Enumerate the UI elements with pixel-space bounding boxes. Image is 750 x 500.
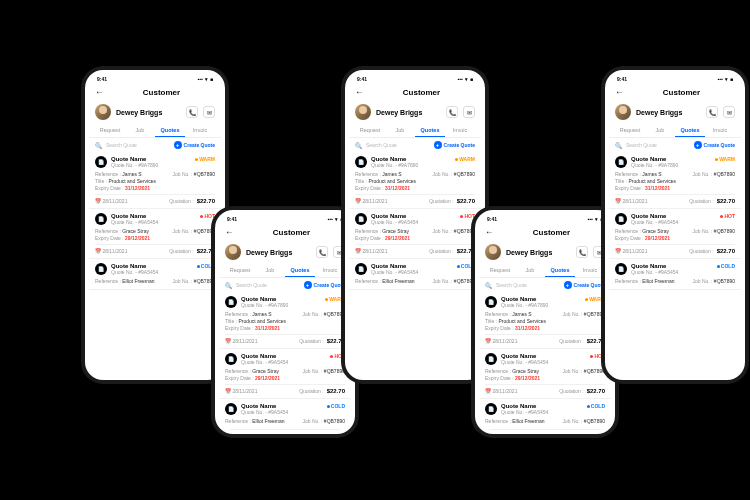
search-icon[interactable]: 🔍 [615,142,622,149]
quote-number: Quote No. - #9A5454 [241,359,326,365]
create-quote-button[interactable]: +Create Quote [564,281,605,289]
email-icon[interactable]: ✉ [463,106,475,118]
status-bar: 9:41▪▪▪▾■ [89,74,221,84]
quote-number: Quote No. - #9A7890 [631,162,711,168]
tab-quotes[interactable]: Quotes [675,124,705,137]
phone-icon[interactable]: 📞 [446,106,458,118]
tab-invoice[interactable]: Invoic [185,124,215,137]
quote-card[interactable]: 📄Quote NameQuote No. - #9A5454COLDRefere… [479,399,611,430]
tab-invoice[interactable]: Invoic [705,124,735,137]
quote-card[interactable]: 📄Quote NameQuote No. - #9A5454HOTReferen… [89,209,221,259]
phone-icon[interactable]: 📞 [186,106,198,118]
quote-icon: 📄 [355,156,367,168]
tab-quotes[interactable]: Quotes [545,264,575,277]
create-quote-button[interactable]: +Create Quote [174,141,215,149]
tab-request[interactable]: Request [225,264,255,277]
status-badge: HOT [200,213,215,219]
search-icon[interactable]: 🔍 [485,282,492,289]
quote-number: Quote No. - #9A5454 [241,409,323,415]
tab-quotes[interactable]: Quotes [155,124,185,137]
back-icon[interactable]: ← [95,87,104,97]
quote-icon: 📄 [485,403,497,415]
quote-card[interactable]: 📄Quote NameQuote No. - #9A7890WARMRefere… [609,152,741,209]
tab-job[interactable]: Job [645,124,675,137]
quote-card[interactable]: 📄Quote NameQuote No. - #9A5454HOTReferen… [609,209,741,259]
avatar[interactable] [355,104,371,120]
search-input[interactable]: Search Quote [366,142,430,148]
quote-card[interactable]: 📄Quote NameQuote No. - #9A7890WARMRefere… [219,292,351,349]
page-title: Customer [498,228,605,237]
quote-amount: $22.70 [197,248,215,254]
search-icon[interactable]: 🔍 [95,142,102,149]
tab-job[interactable]: Job [125,124,155,137]
email-icon[interactable]: ✉ [723,106,735,118]
page-title: Customer [108,88,215,97]
back-icon[interactable]: ← [225,227,234,237]
tab-job[interactable]: Job [255,264,285,277]
status-bar: 9:41▪▪▪▾■ [609,74,741,84]
search-icon[interactable]: 🔍 [355,142,362,149]
quote-card[interactable]: 📄Quote NameQuote No. - #9A5454HOTReferen… [479,349,611,399]
phone-icon[interactable]: 📞 [316,246,328,258]
quote-icon: 📄 [615,213,627,225]
quote-number: Quote No. - #9A7890 [501,302,581,308]
tab-request[interactable]: Request [485,264,515,277]
quote-icon: 📄 [615,156,627,168]
avatar[interactable] [225,244,241,260]
quote-icon: 📄 [485,353,497,365]
create-quote-button[interactable]: +Create Quote [694,141,735,149]
avatar[interactable] [95,104,111,120]
tab-invoice[interactable]: Invoic [445,124,475,137]
customer-name: Dewey Briggs [246,249,311,256]
quote-card[interactable]: 📄Quote NameQuote No. - #9A5454HOTReferen… [219,349,351,399]
tab-invoice[interactable]: Invoic [575,264,605,277]
customer-name: Dewey Briggs [506,249,571,256]
quote-card[interactable]: 📄Quote NameQuote No. - #9A7890WARMRefere… [89,152,221,209]
status-badge: WARM [585,296,605,302]
email-icon[interactable]: ✉ [593,246,605,258]
quote-card[interactable]: 📄Quote NameQuote No. - #9A5454COLDRefere… [609,259,741,290]
phone-icon[interactable]: 📞 [706,106,718,118]
create-quote-button[interactable]: +Create Quote [304,281,345,289]
quote-date: 📅 28/11/2021 [355,198,387,204]
quote-number: Quote No. - #9A5454 [631,269,713,275]
tab-invoice[interactable]: Invoic [315,264,345,277]
quote-date: 📅 28/11/2021 [95,198,127,204]
status-badge: WARM [715,156,735,162]
tab-job[interactable]: Job [515,264,545,277]
quote-card[interactable]: 📄Quote NameQuote No. - #9A5454HOTReferen… [349,209,481,259]
quote-card[interactable]: 📄Quote NameQuote No. - #9A5454COLDRefere… [219,399,351,430]
quote-icon: 📄 [95,156,107,168]
search-icon[interactable]: 🔍 [225,282,232,289]
search-input[interactable]: Search Quote [106,142,170,148]
quote-icon: 📄 [355,213,367,225]
tab-request[interactable]: Request [95,124,125,137]
email-icon[interactable]: ✉ [203,106,215,118]
search-input[interactable]: Search Quote [496,282,560,288]
back-icon[interactable]: ← [355,87,364,97]
phone-icon[interactable]: 📞 [576,246,588,258]
tab-quotes[interactable]: Quotes [415,124,445,137]
search-input[interactable]: Search Quote [236,282,300,288]
quote-card[interactable]: 📄Quote NameQuote No. - #9A7890WARMRefere… [479,292,611,349]
status-badge: WARM [325,296,345,302]
back-icon[interactable]: ← [615,87,624,97]
status-badge: COLD [587,403,605,409]
back-icon[interactable]: ← [485,227,494,237]
phone-2: 9:41▪▪▪▾■←CustomerDewey Briggs📞✉RequestJ… [215,210,355,434]
tab-request[interactable]: Request [615,124,645,137]
tab-job[interactable]: Job [385,124,415,137]
tab-quotes[interactable]: Quotes [285,264,315,277]
quote-card[interactable]: 📄Quote NameQuote No. - #9A7890WARMRefere… [349,152,481,209]
email-icon[interactable]: ✉ [333,246,345,258]
quote-card[interactable]: 📄Quote NameQuote No. - #9A5454COLDRefere… [349,259,481,290]
search-input[interactable]: Search Quote [626,142,690,148]
quote-card[interactable]: 📄Quote NameQuote No. - #9A5454COLDRefere… [89,259,221,290]
avatar[interactable] [615,104,631,120]
quote-amount: $22.70 [457,198,475,204]
tab-request[interactable]: Request [355,124,385,137]
quote-icon: 📄 [485,296,497,308]
create-quote-button[interactable]: +Create Quote [434,141,475,149]
avatar[interactable] [485,244,501,260]
quote-icon: 📄 [615,263,627,275]
